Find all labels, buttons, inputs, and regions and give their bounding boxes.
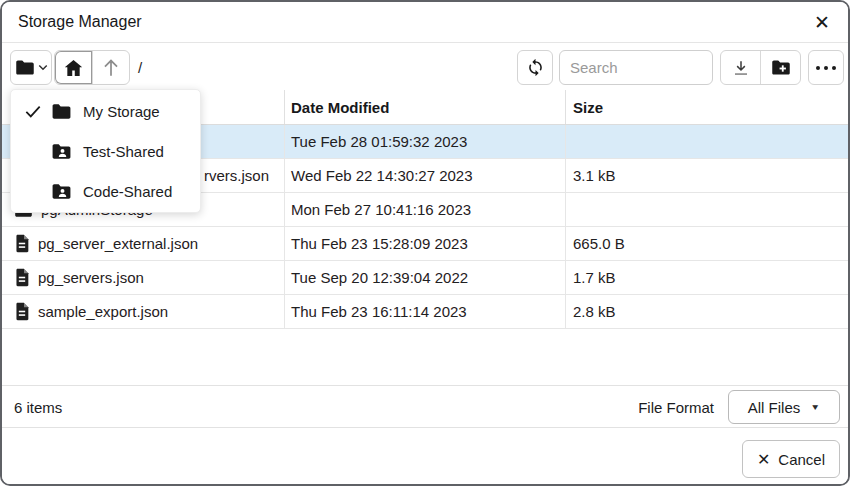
size-cell[interactable]: 3.1 kB xyxy=(565,159,848,192)
home-icon xyxy=(64,59,83,77)
size-cell[interactable]: 2.8 kB xyxy=(565,295,848,328)
menu-item-label: My Storage xyxy=(83,103,160,120)
file-name: sample_export.json xyxy=(38,303,168,320)
date-cell[interactable]: Tue Sep 20 12:39:04 2022 xyxy=(284,261,565,294)
date-cell[interactable]: Tue Feb 28 01:59:32 2023 xyxy=(284,125,565,158)
file-icon xyxy=(14,234,30,253)
file-icon xyxy=(14,302,30,321)
chevron-down-icon xyxy=(38,64,48,71)
more-options-icon xyxy=(816,66,836,70)
caret-down-icon: ▼ xyxy=(810,402,820,411)
date-cell[interactable]: Wed Feb 22 14:30:27 2023 xyxy=(284,159,565,192)
refresh-icon xyxy=(526,58,545,77)
arrow-up-icon xyxy=(102,58,120,77)
file-name: pg_server_external.json xyxy=(38,235,198,252)
storage-manager-dialog: Storage Manager ✕ / xyxy=(0,0,850,486)
title-bar: Storage Manager ✕ xyxy=(2,2,848,43)
refresh-button[interactable] xyxy=(517,50,553,85)
folder-icon xyxy=(15,59,35,76)
download-icon xyxy=(732,59,750,77)
storage-selector-button[interactable] xyxy=(10,50,52,85)
path-input[interactable]: / xyxy=(138,50,506,85)
name-cell[interactable]: pg_server_external.json xyxy=(2,227,284,260)
table-row[interactable]: pg_server_external.json Thu Feb 23 15:28… xyxy=(2,227,848,261)
cancel-button-label: Cancel xyxy=(778,451,825,468)
more-options-button[interactable] xyxy=(808,50,844,85)
shared-folder-icon xyxy=(51,143,75,160)
toolbar: / xyxy=(2,43,848,91)
shared-folder-icon xyxy=(51,183,75,200)
navigation-button-group xyxy=(54,50,130,85)
name-cell[interactable]: pg_servers.json xyxy=(2,261,284,294)
new-folder-icon xyxy=(771,59,791,76)
home-button[interactable] xyxy=(55,51,92,84)
column-header-size[interactable]: Size xyxy=(565,90,848,124)
download-button[interactable] xyxy=(721,51,760,84)
search-input[interactable] xyxy=(559,50,713,85)
size-cell[interactable]: 665.0 B xyxy=(565,227,848,260)
file-action-button-group xyxy=(720,50,801,85)
date-cell[interactable]: Mon Feb 27 10:41:16 2023 xyxy=(284,193,565,226)
table-row[interactable]: sample_export.json Thu Feb 23 16:11:14 2… xyxy=(2,295,848,329)
name-cell[interactable]: sample_export.json xyxy=(2,295,284,328)
date-cell[interactable]: Thu Feb 23 15:28:09 2023 xyxy=(284,227,565,260)
file-format-value: All Files xyxy=(748,399,801,416)
cancel-button[interactable]: ✕ Cancel xyxy=(742,440,840,478)
status-bar: 6 items File Format All Files ▼ xyxy=(2,385,848,428)
folder-icon xyxy=(51,103,75,120)
table-row[interactable]: pg_servers.json Tue Sep 20 12:39:04 2022… xyxy=(2,261,848,295)
close-icon[interactable]: ✕ xyxy=(809,9,835,35)
file-format-select[interactable]: All Files ▼ xyxy=(728,390,840,424)
size-cell[interactable] xyxy=(565,193,848,226)
button-bar: ✕ Cancel xyxy=(2,427,848,484)
dialog-title: Storage Manager xyxy=(18,2,142,42)
size-cell[interactable]: 1.7 kB xyxy=(565,261,848,294)
file-name: pg_servers.json xyxy=(38,269,144,286)
file-icon xyxy=(14,268,30,287)
new-folder-button[interactable] xyxy=(760,51,800,84)
size-cell[interactable] xyxy=(565,125,848,158)
up-directory-button[interactable] xyxy=(92,51,129,84)
items-count: 6 items xyxy=(14,399,62,416)
file-format-label: File Format xyxy=(638,399,714,416)
menu-item-code-shared[interactable]: Code-Shared xyxy=(11,171,200,211)
menu-item-label: Test-Shared xyxy=(83,143,164,160)
menu-item-my-storage[interactable]: My Storage xyxy=(11,91,200,131)
menu-item-test-shared[interactable]: Test-Shared xyxy=(11,131,200,171)
column-header-date-modified[interactable]: Date Modified xyxy=(284,90,565,124)
menu-item-label: Code-Shared xyxy=(83,183,172,200)
cancel-x-icon: ✕ xyxy=(757,450,770,469)
date-cell[interactable]: Thu Feb 23 16:11:14 2023 xyxy=(284,295,565,328)
check-icon xyxy=(25,105,51,118)
storage-selector-menu: My Storage Test-Shared Code-Shared xyxy=(10,89,201,213)
